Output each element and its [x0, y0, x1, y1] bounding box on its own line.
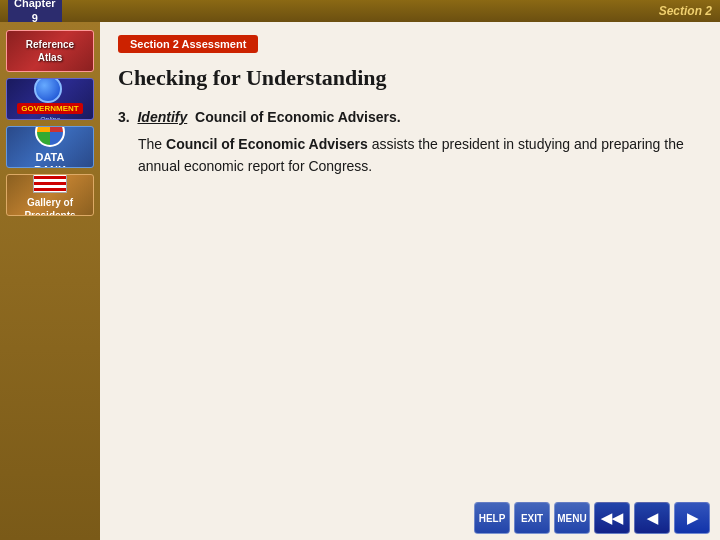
question-item-3: 3. Identify Council of Economic Advisers… — [118, 109, 702, 178]
globe-icon — [34, 78, 62, 103]
sidebar-reference-atlas-label: ReferenceAtlas — [26, 38, 74, 64]
page-title: Checking for Understanding — [118, 65, 702, 91]
forward-button[interactable]: ▶ — [674, 502, 710, 534]
exit-button[interactable]: EXIT — [514, 502, 550, 534]
exit-label: EXIT — [521, 513, 543, 524]
question-keyword-3: Identify — [137, 109, 187, 125]
answer-bold-term: Council of Economic Advisers — [166, 136, 368, 152]
sidebar-data-bank-label: DATABANK — [34, 151, 66, 168]
back-to-start-button[interactable]: ◀◀ — [594, 502, 630, 534]
question-num-label: 3. — [118, 109, 130, 125]
section-assessment-badge: Section 2 Assessment — [118, 35, 258, 53]
back2-arrow: ◀◀ — [601, 510, 623, 526]
gov-logo-label: GOVERNMENT — [17, 103, 82, 114]
sidebar-item-gallery-presidents[interactable]: Gallery ofPresidents — [6, 174, 94, 216]
menu-label: MENU — [557, 513, 586, 524]
section-label: Section 2 — [659, 4, 712, 18]
forward-arrow: ▶ — [687, 510, 698, 526]
data-bank-icon — [35, 126, 65, 147]
top-bar: Chapter 9 Section 2 — [0, 0, 720, 22]
back-button[interactable]: ◀ — [634, 502, 670, 534]
help-button[interactable]: HELP — [474, 502, 510, 534]
sidebar-gallery-presidents-label: Gallery ofPresidents — [24, 196, 75, 217]
question-number-3: 3. Identify Council of Economic Advisers… — [118, 109, 702, 125]
chapter-label: Chapter — [14, 0, 56, 9]
sidebar-item-government-online[interactable]: GOVERNMENT Online — [6, 78, 94, 120]
sidebar-item-reference-atlas[interactable]: ReferenceAtlas — [6, 30, 94, 72]
sidebar: ReferenceAtlas GOVERNMENT Online DATABAN… — [0, 22, 100, 540]
back-arrow: ◀ — [647, 510, 658, 526]
answer-block-3: The Council of Economic Advisers assists… — [138, 133, 702, 178]
main-content: Section 2 Assessment Checking for Unders… — [100, 22, 720, 540]
gov-subtitle-label: Online — [40, 116, 60, 120]
help-label: HELP — [479, 513, 506, 524]
gov-inner: GOVERNMENT Online — [17, 78, 82, 120]
gallery-flag-icon — [33, 174, 67, 193]
gov-icon-row — [34, 78, 66, 103]
bottom-navigation: HELP EXIT MENU ◀◀ ◀ ▶ — [200, 496, 720, 540]
question-text-3: Council of Economic Advisers. — [195, 109, 401, 125]
menu-button[interactable]: MENU — [554, 502, 590, 534]
sidebar-item-data-bank[interactable]: DATABANK — [6, 126, 94, 168]
